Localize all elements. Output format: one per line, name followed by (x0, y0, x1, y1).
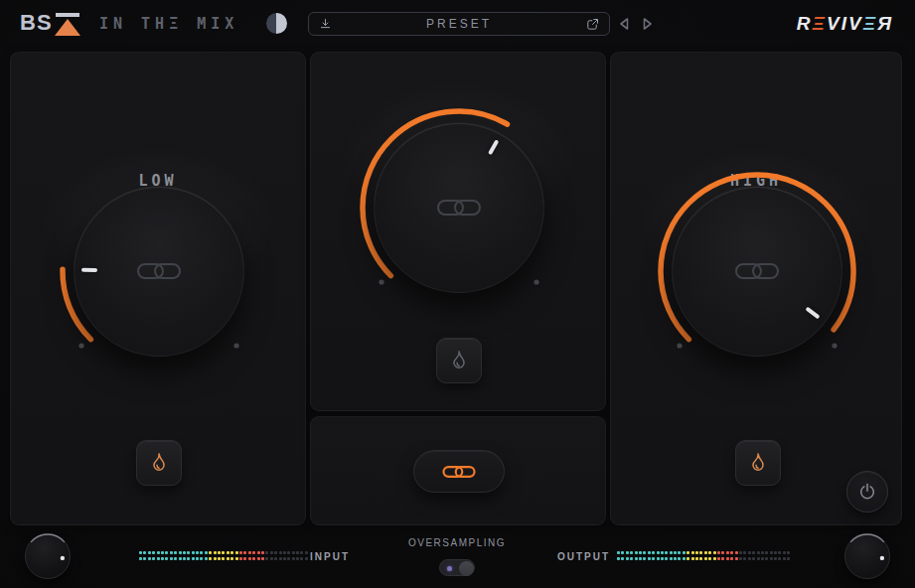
open-preset-icon[interactable] (585, 17, 600, 32)
high-flame-button[interactable] (735, 440, 781, 486)
preset-name[interactable]: PRESET (426, 17, 492, 31)
link-panel (310, 416, 606, 525)
mid-band-panel: MID (310, 52, 606, 411)
link-indicator-icon (734, 260, 780, 282)
bsa-logo-text: BS (20, 10, 53, 36)
prev-preset-arrow[interactable] (618, 17, 630, 31)
low-flame-button[interactable] (136, 440, 182, 486)
logo-letter: V (848, 13, 863, 34)
high-band-panel: HIGH (610, 52, 902, 525)
logo-letter: R (797, 13, 813, 34)
reviver-logo[interactable]: RΞVIVΞЯ (797, 13, 893, 35)
chain-link-icon (440, 463, 478, 481)
bsa-logo[interactable]: BS (20, 10, 80, 36)
oversampling-label: OVERSAMPLING (378, 537, 536, 548)
low-band-panel: LOW (10, 52, 306, 525)
preset-bar: PRESET (308, 12, 610, 36)
toggle-thumb (459, 561, 474, 576)
link-indicator-icon (136, 260, 182, 282)
bsa-logo-triangle-icon (55, 10, 80, 36)
link-indicator-icon (436, 197, 482, 219)
power-button[interactable] (846, 471, 888, 513)
knob-indicator (25, 533, 71, 579)
flame-icon (147, 451, 171, 475)
contrast-toggle-icon[interactable] (266, 13, 287, 34)
plugin-window: BS IN THΞ MIX PRESET RΞVIVΞЯ (0, 0, 915, 588)
logo-letter: V (827, 13, 841, 34)
input-level-meter (139, 551, 308, 560)
knob-indicator (844, 533, 890, 579)
flame-icon (746, 451, 770, 475)
app-title: IN THΞ MIX (99, 15, 238, 33)
logo-letter: Я (877, 13, 893, 34)
output-gain-knob[interactable] (844, 533, 890, 579)
power-icon (857, 482, 877, 502)
logo-letter: Ξ (812, 13, 827, 34)
save-preset-icon[interactable] (318, 17, 333, 32)
low-gain-knob[interactable] (50, 162, 268, 380)
next-preset-arrow[interactable] (642, 17, 654, 31)
band-link-button[interactable] (413, 450, 505, 493)
oversampling-toggle[interactable] (439, 559, 475, 576)
toggle-state-dot (447, 566, 452, 571)
mid-gain-knob[interactable] (350, 98, 568, 317)
logo-letter: Ξ (863, 13, 878, 34)
logo-letter: I (841, 13, 848, 34)
header-bar: BS IN THΞ MIX PRESET RΞVIVΞЯ (0, 0, 915, 48)
output-level-meter (617, 551, 790, 560)
mid-flame-button[interactable] (436, 338, 482, 383)
output-label: OUTPUT (557, 551, 610, 562)
input-gain-knob[interactable] (25, 533, 71, 579)
input-label: INPUT (310, 551, 350, 562)
high-gain-knob[interactable] (648, 162, 866, 380)
flame-icon (447, 349, 471, 372)
